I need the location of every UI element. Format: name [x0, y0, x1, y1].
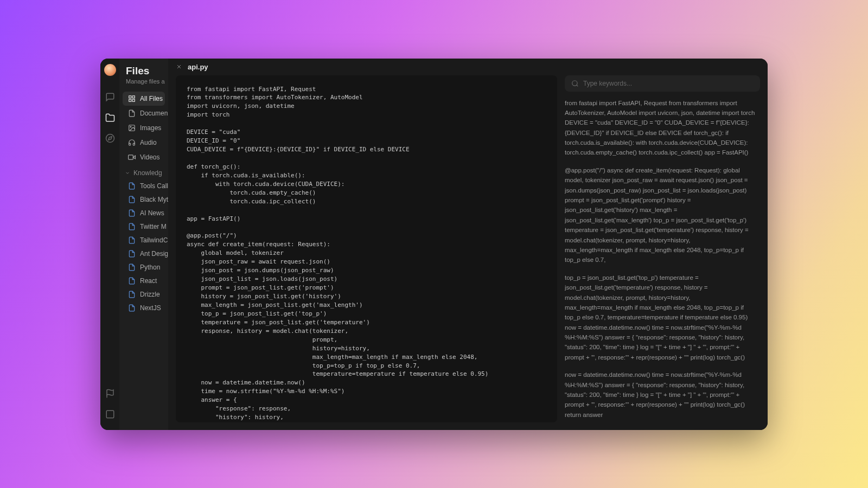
file-item[interactable]: Black Myt: [123, 193, 165, 206]
close-icon[interactable]: [176, 63, 182, 70]
audio-icon: [128, 139, 136, 146]
icon-rail: [100, 59, 119, 430]
main: api.py from fastapi import FastAPI, Requ…: [168, 59, 768, 430]
file-icon: [128, 223, 136, 230]
chat-icon[interactable]: [105, 92, 115, 102]
box-icon[interactable]: [105, 409, 115, 419]
svg-rect-7: [129, 99, 131, 101]
file-label: Black Myt: [140, 196, 168, 203]
file-label: Drizzle: [140, 291, 160, 298]
sidebar-title: Files: [119, 65, 168, 78]
sidebar-subtitle: Manage files a: [119, 78, 168, 91]
file-item[interactable]: AI News: [123, 207, 165, 220]
svg-rect-5: [132, 95, 135, 98]
file-icon: [128, 209, 136, 217]
file-item[interactable]: React: [123, 274, 165, 287]
sidebar: Files Manage files a All Files Documen I…: [119, 59, 168, 430]
file-label: Ant Desig: [140, 250, 168, 258]
nav-label: Images: [140, 124, 161, 132]
file-icon: [128, 277, 136, 285]
file-label: Tools Call: [140, 182, 168, 190]
nav-label: All Files: [140, 95, 163, 102]
file-item[interactable]: Python: [123, 261, 165, 274]
folder-icon[interactable]: [105, 113, 115, 123]
nav-documents[interactable]: Documen: [123, 106, 165, 120]
file-icon: [128, 236, 136, 244]
file-label: TailwindC: [140, 236, 168, 244]
file-icon: [128, 196, 136, 203]
result-block[interactable]: now = datetime.datetime.now() time = now…: [565, 370, 760, 420]
nav-videos[interactable]: Videos: [123, 150, 165, 164]
code-viewer[interactable]: from fastapi import FastAPI, Request fro…: [176, 75, 557, 422]
nav-label: Audio: [140, 139, 157, 146]
avatar[interactable]: [104, 64, 116, 76]
nav-label: Documen: [140, 110, 168, 117]
file-item[interactable]: Drizzle: [123, 288, 165, 301]
tabbar: api.py: [168, 59, 768, 75]
svg-point-0: [106, 134, 114, 142]
result-block[interactable]: from fastapi import FastAPI, Request fro…: [565, 98, 760, 158]
code-content: from fastapi import FastAPI, Request fro…: [187, 85, 546, 422]
video-icon: [128, 153, 136, 161]
right-panel: from fastapi import FastAPI, Request fro…: [565, 75, 760, 422]
file-item[interactable]: TailwindC: [123, 234, 165, 247]
svg-marker-10: [133, 156, 135, 159]
document-icon: [128, 110, 136, 117]
svg-line-15: [577, 85, 578, 86]
app-window: Files Manage files a All Files Documen I…: [100, 59, 768, 430]
result-block[interactable]: @app.post("/") async def create_item(req…: [565, 165, 760, 265]
image-icon: [128, 124, 136, 132]
svg-point-14: [572, 80, 577, 85]
file-list: Tools CallBlack MytAI NewsTwitter MTailw…: [119, 179, 168, 314]
nav-label: Videos: [140, 153, 159, 161]
file-item[interactable]: Ant Desig: [123, 247, 165, 260]
file-label: NextJS: [140, 304, 161, 312]
search-box[interactable]: [565, 75, 760, 92]
file-icon: [128, 304, 136, 312]
content: from fastapi import FastAPI, Request fro…: [168, 75, 768, 430]
file-label: Twitter M: [140, 223, 167, 230]
file-label: Python: [140, 264, 160, 271]
file-item[interactable]: Tools Call: [123, 179, 165, 192]
svg-marker-1: [108, 136, 111, 139]
tab-filename: api.py: [188, 63, 208, 71]
svg-point-9: [130, 126, 131, 127]
nav-audio[interactable]: Audio: [123, 136, 165, 150]
file-label: AI News: [140, 209, 164, 217]
file-item[interactable]: NextJS: [123, 301, 165, 314]
chevron-down-icon: [125, 170, 130, 176]
file-icon: [128, 291, 136, 298]
flag-icon[interactable]: [105, 389, 115, 399]
file-item[interactable]: Twitter M: [123, 220, 165, 233]
group-knowledge[interactable]: Knowledg: [119, 165, 168, 179]
file-label: React: [140, 277, 157, 285]
file-icon: [128, 182, 136, 190]
nav-all-files[interactable]: All Files: [123, 92, 165, 106]
search-input[interactable]: [583, 80, 754, 87]
result-block[interactable]: top_p = json_post_list.get('top_p') temp…: [565, 273, 760, 363]
svg-rect-4: [129, 95, 131, 98]
result-blocks: from fastapi import FastAPI, Request fro…: [565, 98, 760, 422]
file-icon: [128, 250, 136, 258]
compass-icon[interactable]: [105, 133, 115, 143]
nav-images[interactable]: Images: [123, 121, 165, 135]
svg-rect-3: [106, 410, 114, 418]
grid-icon: [128, 95, 136, 102]
svg-rect-11: [129, 155, 133, 159]
group-label: Knowledg: [133, 169, 162, 177]
svg-rect-6: [132, 99, 135, 101]
file-icon: [128, 264, 136, 271]
search-icon: [571, 80, 579, 87]
